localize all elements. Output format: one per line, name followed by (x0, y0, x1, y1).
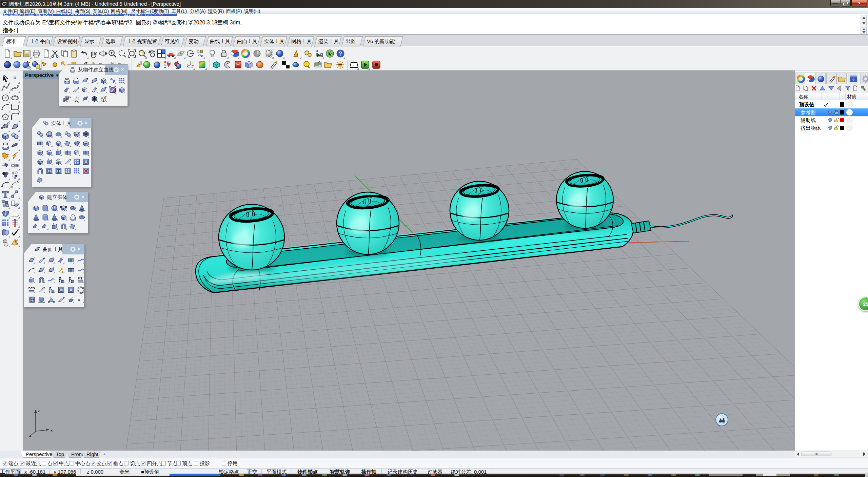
svg-text:6: 6 (5, 1, 6, 4)
svg-text:z: z (38, 408, 40, 413)
svg-text:?: ? (339, 51, 342, 57)
svg-text:FIT: FIT (78, 277, 82, 280)
svg-text:x: x (51, 428, 53, 433)
svg-text:»: » (78, 298, 80, 302)
svg-text:?: ? (852, 78, 855, 82)
svg-text:UV: UV (83, 97, 87, 100)
svg-text:DEG: DEG (28, 287, 35, 290)
